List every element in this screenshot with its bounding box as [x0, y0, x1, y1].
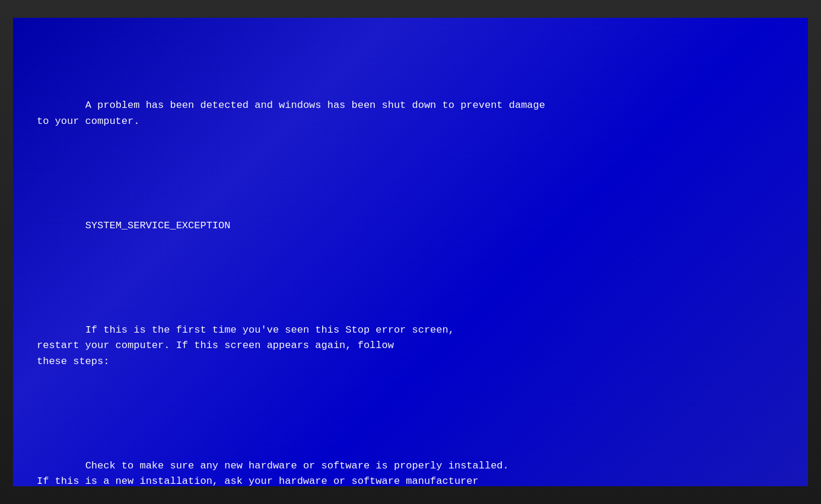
error-code-text: SYSTEM_SERVICE_EXCEPTION — [85, 220, 231, 231]
error-code-section: SYSTEM_SERVICE_EXCEPTION — [37, 202, 784, 249]
header-section: A problem has been detected and windows … — [37, 82, 784, 145]
check-hardware-text: Check to make sure any new hardware or s… — [37, 460, 509, 486]
bsod-screen: A problem has been detected and windows … — [13, 18, 808, 486]
header-text: A problem has been detected and windows … — [37, 100, 545, 126]
first-time-section: If this is the first time you've seen th… — [37, 307, 784, 385]
check-hardware-section: Check to make sure any new hardware or s… — [37, 442, 784, 486]
first-time-text: If this is the first time you've seen th… — [37, 324, 454, 367]
monitor-bezel: A problem has been detected and windows … — [0, 0, 821, 504]
bsod-content: A problem has been detected and windows … — [37, 36, 784, 486]
